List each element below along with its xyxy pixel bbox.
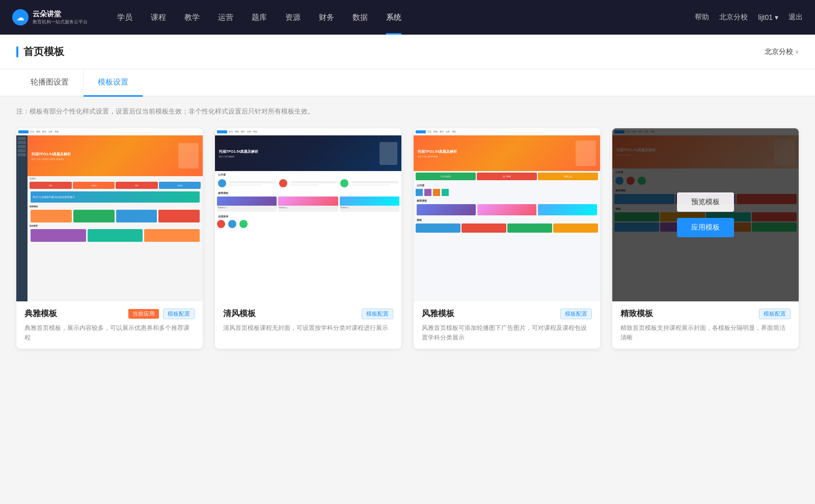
template-card-jingzhi: 学员课程教学运营系统 托福TPO1-54真题及解析 听力 口语 成绩单 公开课: [612, 128, 799, 349]
nav-item-finance[interactable]: 财务: [310, 0, 343, 35]
main-content: 首页模板 北京分校 ∨ 轮播图设置 模板设置 注：模板有部分个性化样式设置，设置…: [0, 35, 815, 504]
nav-item-courses[interactable]: 课程: [142, 0, 175, 35]
config-badge-fengya[interactable]: 模板配置: [560, 309, 592, 319]
card-footer-jingzhi: 精致模板 模板配置 精致首页模板支持课程展示封面，各模板分隔明显，界面简洁清晰: [612, 301, 799, 349]
nav-item-operations[interactable]: 运营: [209, 0, 242, 35]
card-footer-dianyang: 典雅模板 当前应用 模板配置 典雅首页模板，展示内容较多，可以展示优惠券和多个推…: [16, 301, 203, 349]
brand-name: 云朵讲堂: [33, 10, 88, 19]
template-desc-fengya: 风雅首页模板可添加轮播图下广告图片，可对课程及课程包设置学科分类展示: [422, 323, 592, 343]
config-badge-qingfeng[interactable]: 模板配置: [362, 309, 393, 319]
template-card-dianyang: 学员课程教学运营系统: [16, 128, 203, 349]
template-preview-jingzhi: 学员课程教学运营系统 托福TPO1-54真题及解析 听力 口语 成绩单 公开课: [612, 128, 799, 301]
config-badge-dianyang[interactable]: 模板配置: [163, 309, 195, 319]
template-preview-qingfeng: 学员课程教学运营系统 托福TPO1-54真题及解析 听力 口语 成绩单 公开课: [215, 128, 401, 301]
nav-item-teaching[interactable]: 教学: [175, 0, 209, 35]
card-footer-fengya: 风雅模板 模板配置 风雅首页模板可添加轮播图下广告图片，可对课程及课程包设置学科…: [414, 301, 600, 349]
tab-template[interactable]: 模板设置: [84, 69, 143, 97]
nav-item-resources[interactable]: 资源: [276, 0, 310, 35]
cloud-icon: ☁: [12, 9, 29, 25]
page-header: 首页模板 北京分校 ∨: [0, 35, 815, 69]
navbar: ☁ 云朵讲堂 教育机构一站式服务云平台 学员 课程 教学 运营 题库 资源 财务…: [0, 0, 815, 35]
current-badge-dianyang: 当前应用: [128, 309, 159, 319]
template-preview-fengya: 学员课程教学运营系统 托福TPO1-54真题及解析 听力 口语 成绩单 视频 学…: [414, 128, 600, 301]
template-card-fengya: 学员课程教学运营系统 托福TPO1-54真题及解析 听力 口语 成绩单 视频 学…: [414, 128, 600, 349]
template-name-dianyang: 典雅模板: [24, 309, 57, 319]
template-desc-jingzhi: 精致首页模板支持课程展示封面，各模板分隔明显，界面简洁清晰: [620, 323, 791, 343]
nav-menu: 学员 课程 教学 运营 题库 资源 财务 数据 系统: [108, 0, 695, 35]
note-text: 注：模板有部分个性化样式设置，设置后仅当前模板生效；非个性化样式设置后只针对所有…: [16, 107, 314, 115]
note-bar: 注：模板有部分个性化样式设置，设置后仅当前模板生效；非个性化样式设置后只针对所有…: [16, 97, 799, 128]
tab-carousel[interactable]: 轮播图设置: [16, 69, 84, 97]
apply-button-jingzhi[interactable]: 应用模板: [677, 218, 734, 237]
branch-selector[interactable]: 北京分校 ∨: [765, 47, 799, 57]
preview-button-jingzhi[interactable]: 预览模板: [677, 192, 734, 212]
chevron-down-icon: ∨: [795, 49, 799, 54]
page-title: 首页模板: [23, 45, 64, 59]
help-link[interactable]: 帮助: [695, 13, 709, 22]
username: lijt01: [758, 13, 773, 21]
template-name-qingfeng: 清风模板: [223, 309, 256, 319]
template-desc-dianyang: 典雅首页模板，展示内容较多，可以展示优惠券和多个推荐课程: [24, 323, 195, 343]
template-desc-qingfeng: 清风首页模板课程无封面，可设置按学科分类对课程进行展示: [223, 323, 393, 333]
template-name-fengya: 风雅模板: [422, 309, 454, 319]
nav-item-questions[interactable]: 题库: [242, 0, 276, 35]
dropdown-arrow: ▾: [775, 13, 778, 21]
config-badge-jingzhi[interactable]: 模板配置: [759, 309, 791, 319]
template-grid: 学员课程教学运营系统: [16, 128, 799, 349]
template-preview-dianyang: 学员课程教学运营系统: [16, 128, 203, 301]
brand-logo[interactable]: ☁ 云朵讲堂 教育机构一站式服务云平台: [12, 9, 88, 25]
template-name-jingzhi: 精致模板: [620, 309, 653, 319]
branch-name: 北京分校: [765, 47, 793, 57]
nav-item-system[interactable]: 系统: [377, 0, 411, 35]
logout-link[interactable]: 退出: [789, 13, 803, 22]
brand-sub: 教育机构一站式服务云平台: [33, 19, 88, 25]
template-overlay-jingzhi: 预览模板 应用模板: [612, 128, 799, 301]
nav-right: 帮助 北京分校 lijt01 ▾ 退出: [695, 13, 803, 22]
user-dropdown[interactable]: lijt01 ▾: [758, 13, 778, 21]
title-bar: [16, 46, 18, 58]
nav-item-data[interactable]: 数据: [343, 0, 377, 35]
branch-link[interactable]: 北京分校: [719, 13, 748, 22]
tabs-container: 轮播图设置 模板设置: [0, 69, 815, 97]
card-footer-qingfeng: 清风模板 模板配置 清风首页模板课程无封面，可设置按学科分类对课程进行展示: [215, 301, 401, 339]
nav-item-students[interactable]: 学员: [108, 0, 142, 35]
template-card-qingfeng: 学员课程教学运营系统 托福TPO1-54真题及解析 听力 口语 成绩单 公开课: [215, 128, 401, 349]
